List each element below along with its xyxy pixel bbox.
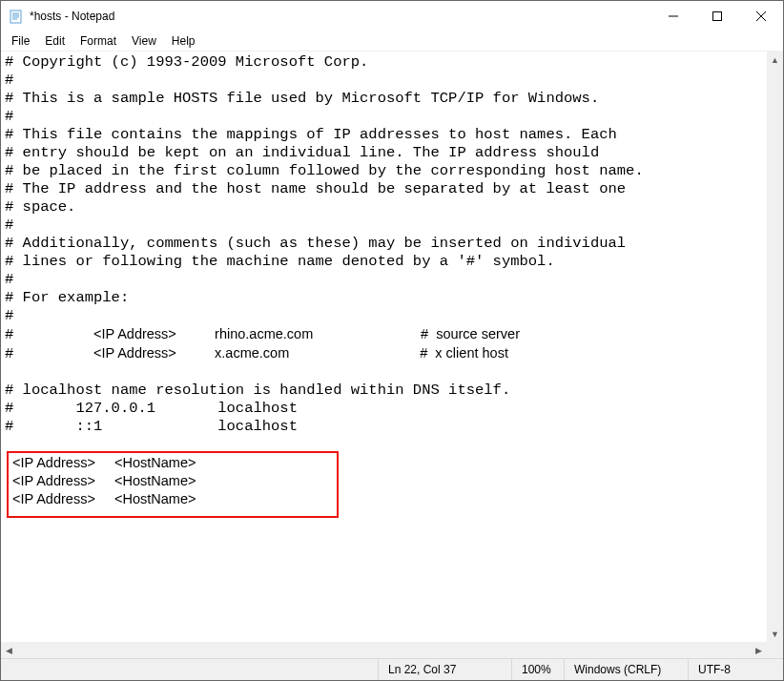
menu-help[interactable]: Help xyxy=(165,33,202,49)
text-line: <IP Address> rhino.acme.com # source ser… xyxy=(93,326,520,341)
text-line: # Additionally, comments (such as these)… xyxy=(5,235,626,252)
text-line: # xyxy=(5,271,13,288)
added-entry: <IP Address> <HostName> xyxy=(5,454,763,472)
text-line: # ::1 localhost xyxy=(5,418,298,435)
status-zoom: 100% xyxy=(511,659,564,680)
text-line: # localhost name resolution is handled w… xyxy=(5,382,510,399)
scroll-up-icon[interactable]: ▲ xyxy=(767,52,783,68)
text-line: # 127.0.0.1 localhost xyxy=(5,400,298,417)
close-button[interactable] xyxy=(739,1,783,31)
scroll-corner xyxy=(767,642,783,658)
text-line: # This is a sample HOSTS file used by Mi… xyxy=(5,90,599,107)
text-line: # xyxy=(5,108,13,125)
added-entry: <IP Address> <HostName> xyxy=(5,472,763,490)
menu-format[interactable]: Format xyxy=(73,33,123,49)
menu-view[interactable]: View xyxy=(125,33,163,49)
scroll-right-icon[interactable]: ▶ xyxy=(751,642,767,658)
text-line: # space. xyxy=(5,198,75,216)
text-line: # Copyright (c) 1993-2009 Microsoft Corp… xyxy=(5,53,368,71)
horizontal-scrollbar[interactable]: ◀ ▶ xyxy=(1,642,767,658)
menu-edit[interactable]: Edit xyxy=(38,33,72,49)
text-line: <IP Address> x.acme.com # x client host xyxy=(93,345,508,361)
status-position: Ln 22, Col 37 xyxy=(378,659,511,680)
maximize-button[interactable] xyxy=(695,1,739,31)
text-line: # be placed in the first column followed… xyxy=(5,162,644,179)
status-encoding: UTF-8 xyxy=(688,659,783,680)
scroll-left-icon[interactable]: ◀ xyxy=(1,642,17,658)
statusbar: Ln 22, Col 37 100% Windows (CRLF) UTF-8 xyxy=(1,658,783,680)
text-line: # This file contains the mappings of IP … xyxy=(5,126,617,143)
text-line: # xyxy=(5,326,93,343)
status-line-ending: Windows (CRLF) xyxy=(564,659,688,680)
text-line: # xyxy=(5,307,13,324)
editor-area: # Copyright (c) 1993-2009 Microsoft Corp… xyxy=(1,51,783,658)
status-spacer xyxy=(1,659,378,680)
window-title: *hosts - Notepad xyxy=(30,10,651,23)
text-line: # xyxy=(5,217,13,234)
vertical-scrollbar[interactable]: ▲ ▼ xyxy=(767,52,783,642)
window-controls xyxy=(651,1,783,31)
text-line: # entry should be kept on an individual … xyxy=(5,144,599,161)
menubar: File Edit Format View Help xyxy=(1,31,783,51)
menu-file[interactable]: File xyxy=(5,33,36,49)
added-entry: <IP Address> <HostName> xyxy=(5,490,763,508)
text-editor[interactable]: # Copyright (c) 1993-2009 Microsoft Corp… xyxy=(1,52,767,642)
notepad-icon xyxy=(9,9,24,24)
scroll-down-icon[interactable]: ▼ xyxy=(767,626,783,642)
titlebar: *hosts - Notepad xyxy=(1,1,783,31)
svg-rect-6 xyxy=(713,12,722,21)
minimize-button[interactable] xyxy=(651,1,695,31)
text-line: # xyxy=(5,345,93,362)
text-line: # For example: xyxy=(5,289,129,306)
text-line: # The IP address and the host name shoul… xyxy=(5,180,626,197)
text-line: # lines or following the machine name de… xyxy=(5,253,555,270)
text-line: # xyxy=(5,72,13,89)
